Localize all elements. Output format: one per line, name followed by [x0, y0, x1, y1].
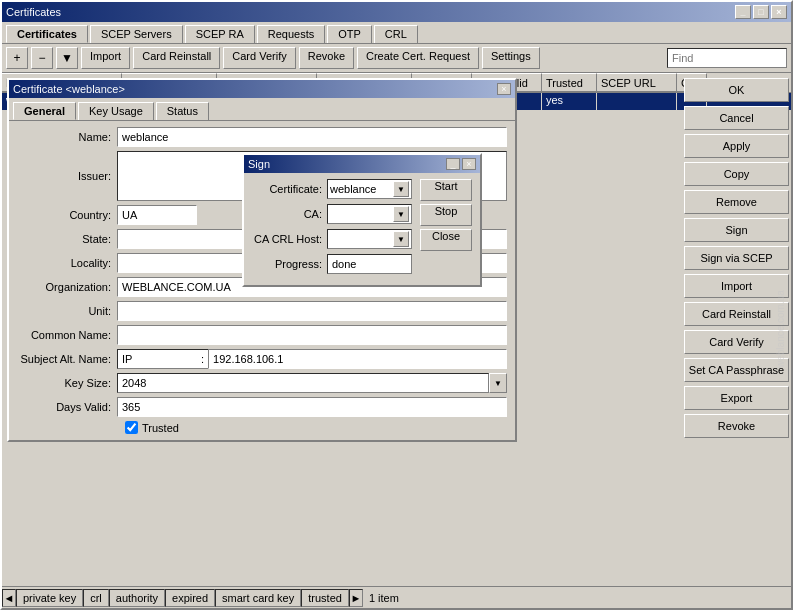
main-tabs: Certificates SCEP Servers SCEP RA Reques… [2, 22, 791, 44]
tab-crl[interactable]: CRL [374, 25, 418, 43]
sign-progress-label: Progress: [252, 258, 327, 270]
main-window: Certificates _ □ × Certificates SCEP Ser… [0, 0, 793, 610]
sign-content: Certificate: weblance ▼ CA: ▼ [252, 179, 472, 279]
remove-button[interactable]: − [31, 47, 53, 69]
sign-ca-row: CA: ▼ [252, 204, 416, 224]
sign-crl-arrow[interactable]: ▼ [393, 231, 409, 247]
name-row: Name: [17, 127, 507, 147]
minimize-button[interactable]: _ [735, 5, 751, 19]
sign-close-button[interactable]: Close [420, 229, 472, 251]
status-expired: expired [165, 589, 215, 607]
status-authority: authority [109, 589, 165, 607]
content-area: Name Issuer Common Name Subject Alt. N..… [2, 73, 791, 586]
tab-certificates[interactable]: Certificates [6, 25, 88, 43]
sign-progress-row: Progress: [252, 254, 416, 274]
cert-dialog-close[interactable]: × [497, 83, 511, 95]
tab-otp[interactable]: OTP [327, 25, 372, 43]
cell-scep-url [597, 93, 677, 110]
cert-tab-status[interactable]: Status [156, 102, 209, 120]
set-ca-passphrase-button[interactable]: Set CA Passphrase [684, 358, 789, 382]
import-cert-button[interactable]: Import [684, 274, 789, 298]
col-scep-url[interactable]: SCEP URL [597, 73, 677, 92]
tab-scep-ra[interactable]: SCEP RA [185, 25, 255, 43]
sign-via-scep-button[interactable]: Sign via SCEP [684, 246, 789, 270]
name-input[interactable] [117, 127, 507, 147]
sign-dialog-minimize[interactable]: _ [446, 158, 460, 170]
import-button[interactable]: Import [81, 47, 130, 69]
card-reinstall-cert-button[interactable]: Card Reinstall [684, 302, 789, 326]
sign-start-button[interactable]: Start [420, 179, 472, 201]
sign-cert-select[interactable]: weblance ▼ [327, 179, 412, 199]
sign-button[interactable]: Sign [684, 218, 789, 242]
card-verify-button[interactable]: Card Verify [223, 47, 295, 69]
sign-progress-input [327, 254, 412, 274]
col-trusted[interactable]: Trusted [542, 73, 597, 92]
remove-cert-button[interactable]: Remove [684, 190, 789, 214]
issuer-label: Issuer: [17, 170, 117, 182]
common-name-row: Common Name: [17, 325, 507, 345]
trusted-row: Trusted [125, 421, 507, 434]
filter-button[interactable]: ▼ [56, 47, 78, 69]
sign-ca-label: CA: [252, 208, 327, 220]
card-reinstall-button[interactable]: Card Reinstall [133, 47, 220, 69]
sign-cert-label: Certificate: [252, 183, 327, 195]
sign-ca-select[interactable]: ▼ [327, 204, 412, 224]
card-verify-cert-button[interactable]: Card Verify [684, 330, 789, 354]
trusted-checkbox[interactable] [125, 421, 138, 434]
revoke-cert-button[interactable]: Revoke [684, 414, 789, 438]
country-input[interactable] [117, 205, 197, 225]
tab-requests[interactable]: Requests [257, 25, 325, 43]
status-scroll-left[interactable]: ◄ [2, 589, 16, 607]
sign-dialog-title-text: Sign [248, 158, 270, 170]
tab-scep-servers[interactable]: SCEP Servers [90, 25, 183, 43]
copy-button[interactable]: Copy [684, 162, 789, 186]
add-button[interactable]: + [6, 47, 28, 69]
country-label: Country: [17, 209, 117, 221]
revoke-button[interactable]: Revoke [299, 47, 354, 69]
subject-alt-type-select[interactable]: ▼ [117, 349, 197, 369]
create-cert-button[interactable]: Create Cert. Request [357, 47, 479, 69]
close-button[interactable]: × [771, 5, 787, 19]
sign-dialog-close[interactable]: × [462, 158, 476, 170]
status-smart-card-key: smart card key [215, 589, 301, 607]
cert-dialog-tabs: General Key Usage Status [9, 98, 515, 121]
trusted-label: Trusted [142, 422, 179, 434]
cell-trusted: yes [542, 93, 597, 110]
subject-alt-label: Subject Alt. Name: [17, 353, 117, 365]
apply-button[interactable]: Apply [684, 134, 789, 158]
days-valid-input[interactable] [117, 397, 507, 417]
window-title: Certificates [6, 6, 61, 18]
sign-crl-select[interactable]: ▼ [327, 229, 412, 249]
sign-cert-arrow[interactable]: ▼ [393, 181, 409, 197]
sign-cert-row: Certificate: weblance ▼ [252, 179, 416, 199]
sign-ca-arrow[interactable]: ▼ [393, 206, 409, 222]
key-size-arrow[interactable]: ▼ [489, 373, 507, 393]
title-bar: Certificates _ □ × [2, 2, 791, 22]
status-scroll-right[interactable]: ► [349, 589, 363, 607]
ok-button[interactable]: OK [684, 78, 789, 102]
subject-alt-colon: : [201, 353, 204, 365]
unit-input[interactable] [117, 301, 507, 321]
sign-dialog: Sign _ × Certificate: weblance ▼ [242, 153, 482, 287]
status-count: 1 item [363, 591, 405, 605]
key-size-label: Key Size: [17, 377, 117, 389]
find-input[interactable] [667, 48, 787, 68]
settings-button[interactable]: Settings [482, 47, 540, 69]
subject-alt-value-input[interactable] [208, 349, 507, 369]
right-panel: OK Cancel Apply Copy Remove Sign Sign vi… [684, 78, 789, 438]
status-private-key: private key [16, 589, 83, 607]
sign-cert-value: weblance [330, 183, 376, 195]
key-size-select[interactable]: ▼ [117, 373, 507, 393]
days-valid-row: Days Valid: [17, 397, 507, 417]
sign-crl-row: CA CRL Host: ▼ [252, 229, 416, 249]
common-name-input[interactable] [117, 325, 507, 345]
sign-stop-button[interactable]: Stop [420, 204, 472, 226]
cancel-button[interactable]: Cancel [684, 106, 789, 130]
days-valid-label: Days Valid: [17, 401, 117, 413]
status-trusted: trusted [301, 589, 349, 607]
cert-tab-general[interactable]: General [13, 102, 76, 120]
export-button[interactable]: Export [684, 386, 789, 410]
cert-tab-key-usage[interactable]: Key Usage [78, 102, 154, 120]
key-size-input[interactable] [117, 373, 489, 393]
maximize-button[interactable]: □ [753, 5, 769, 19]
